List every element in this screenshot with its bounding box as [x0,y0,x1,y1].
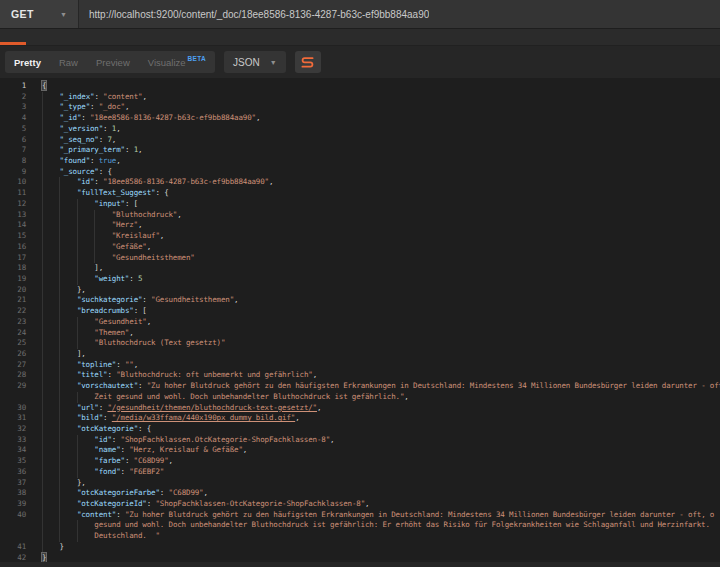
json-token: , [138,145,142,154]
tab-label: Raw [59,57,78,68]
json-key: "_source" [59,167,98,176]
json-token: 5 [138,274,142,283]
line-number: 22 [0,306,26,317]
code-line: 8"found": true, [0,156,720,167]
json-key: "fond" [94,467,120,476]
indent-guide [59,488,76,499]
indent-guide [59,295,76,306]
indent-guide [42,242,59,253]
json-token: : { [99,167,112,176]
indent-guide [77,531,94,542]
json-token: : [ [125,199,138,208]
tab-raw[interactable]: Raw [50,51,87,73]
json-token: : [94,92,103,101]
code-content: "Gesundheit", [42,317,151,326]
code-content: Zeit gesund und wohl. Doch unbehandelter… [42,392,409,401]
code-content: "breadcrumbs": [ [42,306,147,315]
chevron-down-icon: ▼ [270,59,277,66]
json-token: , [134,360,138,369]
method-label: GET [11,8,34,20]
json-token: "Kreislauf" [112,231,160,240]
json-token: : { [138,424,151,433]
beautify-button[interactable] [295,51,321,73]
code-content: "otcKategorieFarbe": "C68D99", [42,488,208,497]
format-select[interactable]: JSON ▼ [224,51,286,73]
url-text: http://localhost:9200/content/_doc/18ee8… [89,9,429,20]
json-token: "Gesundheit" [94,317,146,326]
indent-guide [59,392,76,403]
indent-guide [77,210,94,221]
json-key: "id" [94,435,111,444]
line-number: 3 [0,102,26,113]
code-line: 25"Bluthochdruck (Text gesetzt)" [0,338,720,349]
code-line: 29"vorschautext": "Zu hoher Blutdruck ge… [0,381,720,392]
indent-guide [42,263,59,274]
json-token: : [107,370,116,379]
indent-guide [42,124,59,135]
line-number: 38 [0,488,26,499]
json-token: : [121,467,130,476]
code-line: 4"_id": "18ee8586-8136-4287-b63c-ef9bb88… [0,113,720,124]
code-content: "titel": "Bluthochdruck: oft unbemerkt u… [42,370,317,379]
json-key: "_version" [59,124,103,133]
json-token: "Herz" [112,220,138,229]
indent-guide [42,424,59,435]
tab-pretty[interactable]: Pretty [5,51,50,73]
line-number: 30 [0,403,26,414]
json-token: , [404,392,408,401]
json-token: : [90,156,99,165]
tab-preview[interactable]: Preview [87,51,139,73]
json-key: "fullText_Suggest" [77,188,156,197]
indent-guide [77,199,94,210]
url-input[interactable]: http://localhost:9200/content/_doc/18ee8… [79,0,720,28]
code-content: "name": "Herz, Kreislauf & Gefäße", [42,445,247,454]
request-url-bar: GET ▼ http://localhost:9200/content/_doc… [0,0,720,29]
json-token: "Gefäße" [112,242,147,251]
code-line: 20}, [0,285,720,296]
method-select[interactable]: GET ▼ [0,0,79,28]
indent-guide [42,102,59,113]
json-token: "18ee8586-8136-4287-b63c-ef9bb884aa90" [90,113,256,122]
json-token: ], [77,349,86,358]
code-line: 35"farbe": "C68D99", [0,456,720,467]
indent-guide [94,231,111,242]
json-key: "otcKategorieFarbe" [77,488,160,497]
json-token: "Bluthochdruck" [112,210,177,219]
tab-visualize[interactable]: VisualizeBETA [139,51,215,73]
json-token: "Themen" [94,328,129,337]
json-token: : [112,435,121,444]
indent-guide [77,467,94,478]
indent-guide [59,242,76,253]
indent-guide [42,188,59,199]
line-number: 7 [0,145,26,156]
json-key: "otcKategorieId" [77,499,147,508]
indent-guide [42,467,59,478]
code-content: "topline": "", [42,360,138,369]
response-editor[interactable]: 1{2"_index": "content",3"_type": "_doc",… [0,78,720,567]
code-line: 27"topline": "", [0,360,720,371]
indent-guide [77,220,94,231]
code-line: 40"content": "Zu hoher Blutdruck gehört … [0,510,720,521]
indent-guide [94,253,111,264]
json-token: : [90,102,99,111]
line-number: 10 [0,177,26,188]
indent-guide [94,242,111,253]
indent-guide [59,520,76,531]
json-token: Zeit gesund und wohl. Doch unbehandelter… [94,392,404,401]
code-content: "url": "/gesundheit/themen/bluthochdruck… [42,403,321,412]
response-toolbar: PrettyRawPreviewVisualizeBETA JSON ▼ [0,46,720,78]
indent-guide [42,113,59,124]
json-token: "Zu hoher Blutdruck gehört zu den häufig… [147,381,720,390]
json-token: "Gesundheitsthemen" [151,295,234,304]
chevron-down-icon: ▼ [60,11,67,18]
indent-guide [59,360,76,371]
code-line: 12"input": [ [0,199,720,210]
indent-guide [42,285,59,296]
json-token: : [103,413,112,422]
code-content: "input": [ [42,199,138,208]
json-token: , [147,317,151,326]
line-number: 1 [0,81,26,92]
code-content: }, [42,285,86,294]
code-line: 5"_version": 1, [0,124,720,135]
indent-guide [59,456,76,467]
